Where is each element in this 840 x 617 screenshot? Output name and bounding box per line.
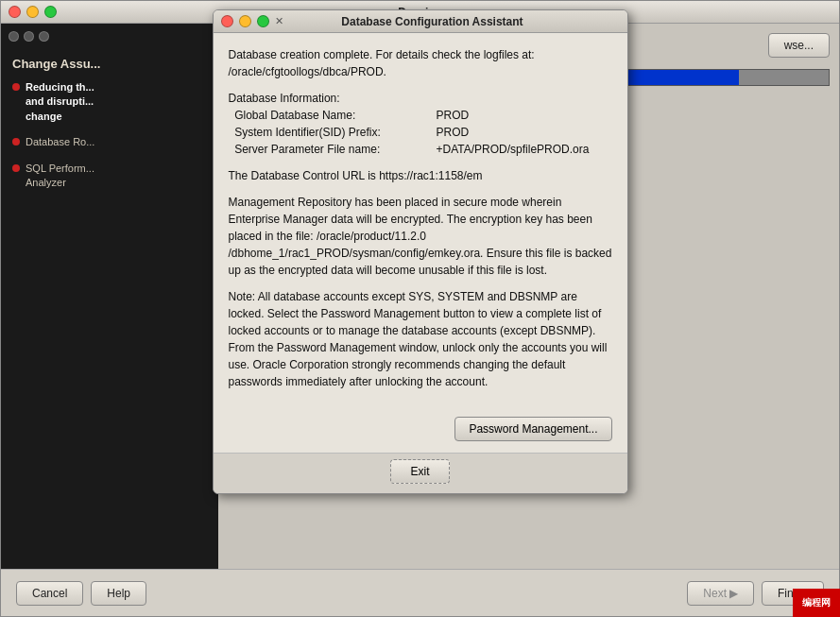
watermark: 编程网 [793, 589, 840, 617]
dialog: ✕ Database Configuration Assistant Datab… [213, 9, 628, 494]
db-info-line-2: System Identifier(SID) Prefix: PROD [229, 124, 612, 141]
dialog-overlay: ✕ Database Configuration Assistant Datab… [0, 0, 840, 617]
dialog-body: Database creation complete. For details … [214, 33, 627, 411]
db-info-label-1: Global Database Name: [229, 107, 437, 124]
management-repo-text: Management Repository has been placed in… [229, 194, 612, 279]
dialog-exit-area: Exit [214, 453, 627, 493]
dialog-titlebar: ✕ Database Configuration Assistant [214, 10, 627, 33]
dialog-title: Database Configuration Assistant [246, 15, 620, 28]
db-info-section: Database Information: Global Database Na… [229, 90, 612, 158]
db-info-value-1: PROD [437, 107, 470, 124]
db-info-line-1: Global Database Name: PROD [229, 107, 612, 124]
control-url: The Database Control URL is https://rac1… [229, 167, 612, 184]
db-info-label-2: System Identifier(SID) Prefix: [229, 124, 437, 141]
db-info-value-3: +DATA/PROD/spfilePROD.ora [437, 141, 590, 158]
db-info-line-3: Server Parameter File name: +DATA/PROD/s… [229, 141, 612, 158]
exit-button[interactable]: Exit [390, 459, 449, 484]
dialog-close-button[interactable] [221, 15, 233, 27]
db-info-title: Database Information: [229, 90, 612, 107]
watermark-text: 编程网 [802, 596, 831, 609]
db-info-label-3: Server Parameter File name: [229, 141, 437, 158]
db-info-value-2: PROD [437, 124, 470, 141]
dialog-bottom: Password Management... [214, 411, 627, 453]
note-text: Note: All database accounts except SYS, … [229, 288, 612, 390]
completion-message: Database creation complete. For details … [229, 46, 612, 80]
password-management-button[interactable]: Password Management... [454, 417, 611, 441]
